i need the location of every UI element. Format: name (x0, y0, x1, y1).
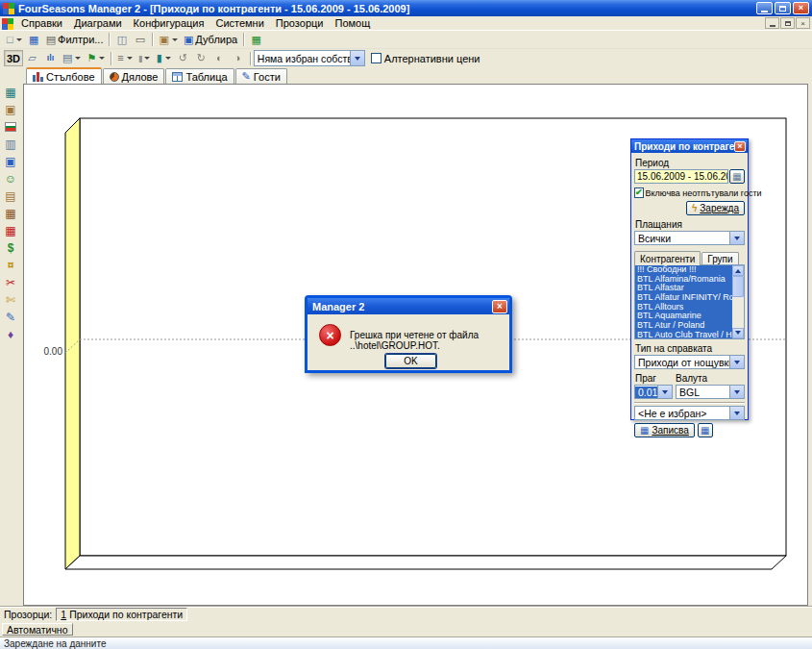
print-button[interactable]: ▭ (131, 32, 149, 48)
planning-grid-button[interactable]: ▦ (0, 84, 21, 101)
export-excel-button[interactable]: ▦ (247, 32, 265, 48)
minimize-button[interactable] (756, 2, 773, 14)
scroll-down-button[interactable] (732, 328, 744, 338)
window-title: FourSeasons Manager 2 - [Приходи по конт… (18, 3, 409, 14)
marks-button[interactable]: ⚑ (84, 50, 108, 66)
duplicate-button[interactable]: ▣Дублира (181, 32, 240, 48)
calendar-button[interactable]: ▦ (729, 169, 745, 184)
rooms-button[interactable]: ▣ (0, 101, 21, 118)
list-item[interactable]: BTL Alfastar (635, 284, 732, 293)
load-button[interactable]: ϟЗарежда (686, 201, 745, 215)
menu-diagrami[interactable]: Диаграми (68, 17, 128, 30)
rotate-cw-button[interactable]: ↻ (192, 50, 210, 66)
menu-pomosht[interactable]: Помощ (329, 17, 376, 30)
zoom-out-button[interactable]: ◐ (210, 50, 229, 66)
owner-dropdown-button[interactable] (729, 407, 744, 419)
currency-dropdown-button[interactable] (729, 386, 744, 398)
tab-groups[interactable]: Групи (701, 252, 738, 265)
listbox-scrollbar[interactable] (732, 265, 744, 338)
ok-button[interactable]: OK (385, 354, 436, 368)
threshold-dropdown-button[interactable] (657, 386, 672, 398)
rotate-ccw-button[interactable]: ↺ (174, 50, 192, 66)
series-labels-button[interactable]: ılı (41, 50, 60, 66)
documents-button[interactable]: ▤ (0, 187, 21, 205)
tab-bars[interactable]: Стълбове (26, 67, 102, 84)
owners-dropdown-button[interactable] (350, 51, 364, 65)
horizontal-grid-button[interactable]: ≡ (114, 50, 135, 66)
cut-reservation-button[interactable]: ✂ (0, 274, 21, 291)
scroll-up-button[interactable] (732, 265, 744, 276)
statistics-button[interactable]: ♦ (0, 326, 21, 343)
grid-view-button[interactable]: ▦ (698, 423, 713, 437)
save-button[interactable]: ▦ (25, 32, 43, 48)
copy-button[interactable]: ▣ (156, 32, 180, 48)
report-type-dropdown-button[interactable] (729, 356, 744, 368)
legend-button[interactable]: ▤ (60, 50, 84, 66)
archive-button[interactable]: ▦ (0, 205, 21, 222)
windows-icon: ▣ (5, 156, 15, 167)
menu-spravki[interactable]: Справки (15, 17, 68, 30)
toolbar-separator (250, 52, 251, 65)
menu-konfiguracia[interactable]: Конфигурация (128, 17, 210, 30)
report-type-select[interactable]: Приходи от нощувки (634, 355, 745, 369)
windows-button[interactable]: ▣ (0, 153, 21, 170)
panel-title-bar[interactable]: Приходи по контрагенти × (631, 139, 748, 153)
print-preview-icon: ◫ (117, 35, 127, 45)
list-item[interactable]: BTL Auto Club Travel / Hunga (635, 331, 732, 338)
threshold-label: Праг (635, 373, 675, 384)
dialog-title-bar[interactable]: Manager 2 × (308, 298, 509, 314)
filters-button[interactable]: ▤Филтри... (43, 32, 107, 48)
3d-toggle-button[interactable]: 3D (4, 50, 23, 66)
currency-button[interactable]: $ (0, 239, 21, 257)
mdi-close-button[interactable]: × (796, 17, 810, 29)
mdi-restore-button[interactable] (780, 17, 795, 29)
chart-rotate-button[interactable]: ▱ (23, 50, 41, 66)
nationality-button[interactable] (0, 118, 21, 136)
scroll-thumb[interactable] (732, 276, 744, 297)
guests-button[interactable]: ☺ (0, 170, 21, 187)
rooms-icon: ▣ (5, 104, 15, 115)
tab-guests[interactable]: ✎Гости (235, 68, 287, 84)
list-item[interactable]: !!! Свободни !!! (635, 265, 732, 275)
list-item[interactable]: BTL Atur / Poland (635, 321, 732, 331)
owner-select[interactable]: <Не е избран> (634, 406, 745, 420)
list-item[interactable]: BTL Aquamarine (635, 312, 732, 321)
window-tab-button[interactable]: 1 Приходи по контрагенти (56, 608, 187, 621)
alt-prices-checkbox[interactable] (371, 53, 381, 63)
load-label: Зарежда (700, 203, 739, 213)
edit-form-button[interactable]: ✎ (0, 309, 21, 326)
threshold-combo[interactable]: 0.01 (634, 385, 673, 399)
tab-pie[interactable]: Дялове (103, 68, 165, 84)
payments-button[interactable]: ¤ (0, 257, 21, 274)
include-guests-checkbox[interactable]: ✔ (634, 187, 644, 198)
restore-button[interactable] (775, 2, 791, 14)
mdi-minimize-button[interactable] (765, 17, 779, 29)
vertical-grid-button[interactable]: ||| (135, 50, 154, 66)
bar-chart-icon (33, 72, 43, 82)
currency-select[interactable]: BGL (676, 385, 745, 399)
close-button[interactable]: × (793, 2, 809, 14)
cut-price-button[interactable]: ✄ (0, 291, 21, 309)
print-preview-button[interactable]: ◫ (112, 32, 131, 48)
zoom-in-button[interactable]: ◑ (229, 50, 247, 66)
period-field[interactable]: 15.06.2009 - 15.06.2009 (634, 169, 728, 184)
chart-walls-button[interactable]: ▮ (154, 50, 174, 66)
new-report-button[interactable]: □ (4, 32, 25, 48)
monitor-button[interactable]: ▥ (0, 136, 21, 153)
list-item[interactable]: BTL Alfatur INFINITY/ Romani (635, 293, 732, 303)
payments-dropdown-button[interactable] (729, 232, 744, 244)
dialog-close-button[interactable]: × (492, 300, 507, 313)
menu-prozorci[interactable]: Прозорци (270, 17, 330, 30)
automatic-button[interactable]: Автоматично (2, 623, 73, 636)
tariffs-button[interactable]: ▦ (0, 222, 21, 239)
panel-close-button[interactable]: × (734, 141, 746, 152)
owners-select[interactable]: Няма избран собственици (254, 50, 365, 66)
tab-contragents[interactable]: Контрагенти (634, 251, 701, 265)
tab-table[interactable]: Таблица (165, 68, 234, 84)
menu-sistemni[interactable]: Системни (209, 17, 269, 30)
payments-select[interactable]: Всички (634, 231, 745, 245)
list-item[interactable]: BTL Alfamina/Romania (635, 275, 732, 285)
list-item[interactable]: BTL Alltours (635, 303, 732, 312)
scroll-track[interactable] (732, 297, 744, 328)
save-report-button[interactable]: ▦Записва (634, 423, 695, 437)
